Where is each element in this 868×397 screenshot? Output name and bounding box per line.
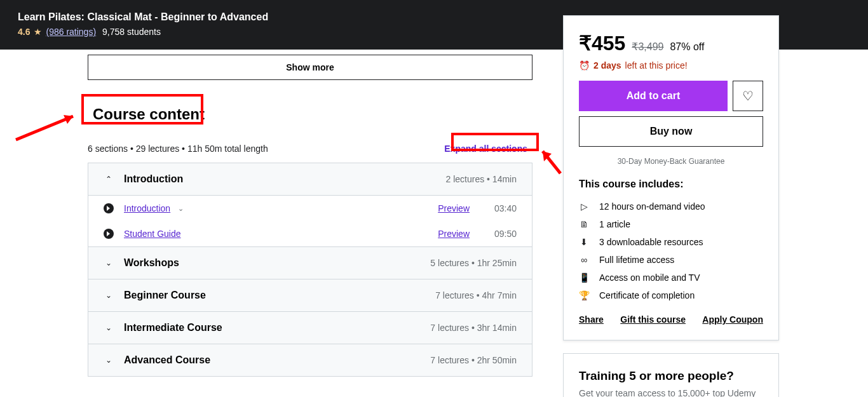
preview-link[interactable]: Preview xyxy=(438,229,470,239)
main-content: Show more Course content 6 sections • 29… xyxy=(88,55,532,377)
lecture-duration: 09:50 xyxy=(490,229,517,239)
course-content-meta: 6 sections • 29 lectures • 11h 50m total… xyxy=(88,144,268,154)
alarm-icon: ⏰ xyxy=(579,60,590,71)
includes-icon: 📱 xyxy=(579,273,589,283)
section-title: Introduction xyxy=(124,173,445,185)
section-title: Intermediate Course xyxy=(124,322,430,333)
course-content-heading: Course content xyxy=(88,103,210,126)
chevron-down-icon: ⌄ xyxy=(104,291,114,300)
includes-text: Certificate of completion xyxy=(599,290,695,300)
includes-item: 📱Access on mobile and TV xyxy=(579,269,763,286)
coupon-link[interactable]: Apply Coupon xyxy=(702,314,763,325)
percent-off: 87% off xyxy=(670,41,704,53)
section-title: Beginner Course xyxy=(124,290,435,301)
students-count: 9,758 students xyxy=(102,27,161,37)
ratings-link[interactable]: (986 ratings) xyxy=(46,27,96,37)
purchase-sidebar: ₹455 ₹3,499 87% off ⏰ 2 days left at thi… xyxy=(563,15,779,340)
section-title: Workshops xyxy=(124,257,430,269)
chevron-down-icon: ⌄ xyxy=(104,323,114,332)
play-icon xyxy=(104,203,114,213)
training-text: Get your team access to 15,000+ top Udem… xyxy=(579,388,763,397)
price: ₹455 xyxy=(579,31,625,55)
wishlist-button[interactable]: ♡ xyxy=(733,81,763,111)
section-header[interactable]: ⌄Intermediate Course7 lectures • 3hr 14m… xyxy=(88,312,532,344)
includes-text: 3 downloadable resources xyxy=(599,237,703,247)
section-meta: 2 lectures • 14min xyxy=(445,174,517,184)
includes-item: ⬇3 downloadable resources xyxy=(579,233,763,251)
lecture-link[interactable]: Introduction xyxy=(124,203,170,213)
includes-item: 🗎1 article xyxy=(579,215,763,233)
lecture-row: Introduction⌄Preview03:40 xyxy=(88,196,532,221)
price-deadline: ⏰ 2 days left at this price! xyxy=(579,60,763,71)
section-header[interactable]: ⌄Beginner Course7 lectures • 4hr 7min xyxy=(88,279,532,312)
includes-icon: 🗎 xyxy=(579,219,589,229)
includes-heading: This course includes: xyxy=(579,178,763,190)
add-to-cart-button[interactable]: Add to cart xyxy=(579,81,728,111)
play-icon xyxy=(104,229,114,239)
section-meta: 7 lectures • 2hr 50min xyxy=(430,355,517,365)
section-meta: 5 lectures • 1hr 25min xyxy=(430,258,517,268)
section-meta: 7 lectures • 4hr 7min xyxy=(435,290,517,300)
includes-text: Access on mobile and TV xyxy=(599,273,700,283)
deadline-days: 2 days xyxy=(593,60,621,71)
chevron-down-icon: ⌄ xyxy=(104,356,114,365)
lecture-link[interactable]: Student Guide xyxy=(124,229,181,239)
section-header[interactable]: ⌄Workshops5 lectures • 1hr 25min xyxy=(88,247,532,279)
chevron-down-icon: ⌄ xyxy=(104,259,114,267)
guarantee-text: 30-Day Money-Back Guarantee xyxy=(579,157,763,166)
includes-list: ▷12 hours on-demand video🗎1 article⬇3 do… xyxy=(579,198,763,304)
star-icon: ★ xyxy=(34,27,42,37)
includes-icon: ∞ xyxy=(579,255,589,265)
show-more-button[interactable]: Show more xyxy=(88,55,532,80)
includes-item: 🏆Certificate of completion xyxy=(579,286,763,304)
section-header[interactable]: ⌃Introduction2 lectures • 14min xyxy=(88,163,532,196)
deadline-text: left at this price! xyxy=(625,60,688,71)
includes-text: 12 hours on-demand video xyxy=(599,201,705,212)
includes-item: ▷12 hours on-demand video xyxy=(579,198,763,215)
chevron-down-icon[interactable]: ⌄ xyxy=(178,205,184,213)
includes-item: ∞Full lifetime access xyxy=(579,251,763,269)
heart-icon: ♡ xyxy=(742,88,754,104)
chevron-up-icon: ⌃ xyxy=(104,175,114,184)
gift-link[interactable]: Gift this course xyxy=(620,314,686,325)
lecture-duration: 03:40 xyxy=(490,203,517,213)
includes-icon: 🏆 xyxy=(579,290,589,300)
preview-link[interactable]: Preview xyxy=(438,203,470,213)
sections-list: ⌃Introduction2 lectures • 14minIntroduct… xyxy=(88,163,532,377)
includes-icon: ▷ xyxy=(579,201,589,212)
section-meta: 7 lectures • 3hr 14min xyxy=(430,323,517,333)
section-header[interactable]: ⌄Advanced Course7 lectures • 2hr 50min xyxy=(88,344,532,376)
rating-value: 4.6 xyxy=(18,27,30,37)
lecture-list: Introduction⌄Preview03:40Student GuidePr… xyxy=(88,196,532,247)
original-price: ₹3,499 xyxy=(632,41,663,53)
expand-all-link[interactable]: Expand all sections xyxy=(439,141,532,156)
includes-icon: ⬇ xyxy=(579,237,589,247)
section-title: Advanced Course xyxy=(124,354,430,366)
training-box: Training 5 or more people? Get your team… xyxy=(563,353,779,397)
training-heading: Training 5 or more people? xyxy=(579,369,763,383)
buy-now-button[interactable]: Buy now xyxy=(579,116,763,147)
share-link[interactable]: Share xyxy=(579,314,604,325)
lecture-row: Student GuidePreview09:50 xyxy=(88,221,532,246)
includes-text: Full lifetime access xyxy=(599,255,674,265)
includes-text: 1 article xyxy=(599,219,630,229)
